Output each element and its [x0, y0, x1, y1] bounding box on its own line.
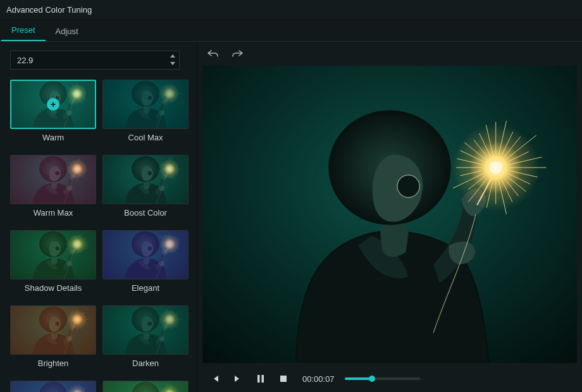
preset-label: Warm — [42, 133, 64, 142]
preset-cool-max[interactable]: Cool Max — [102, 80, 189, 142]
progress-slider[interactable] — [345, 377, 421, 380]
preset-warm-max[interactable]: Warm Max — [10, 155, 96, 217]
preset-label: Brighten — [38, 358, 68, 368]
add-preset-icon[interactable]: + — [47, 98, 59, 111]
app-root: Advanced Color Tuning Preset Adjust 22.9 — [0, 0, 582, 392]
preset-thumb — [10, 155, 96, 204]
window-title: Advanced Color Tuning — [6, 5, 92, 15]
step-forward-icon — [233, 374, 242, 383]
undo-button[interactable] — [207, 48, 219, 59]
preset-brighten[interactable]: Brighten — [10, 305, 96, 368]
pause-icon — [257, 374, 264, 383]
preset-label: Boost Color — [124, 208, 167, 217]
preset-thumb — [102, 155, 189, 204]
prev-frame-button[interactable] — [209, 372, 221, 385]
stepper-down-button[interactable] — [169, 60, 176, 66]
preset-elegant[interactable]: Elegant — [102, 230, 189, 293]
playback-controls: 00:00:07 — [197, 365, 582, 392]
progress-fill — [345, 377, 372, 380]
play-button[interactable] — [232, 372, 244, 385]
svg-rect-418 — [257, 375, 260, 383]
svg-rect-419 — [262, 375, 264, 383]
preset-label: Shadow Details — [25, 283, 82, 293]
titlebar: Advanced Color Tuning — [0, 0, 582, 20]
preset-label: Cool Max — [128, 133, 163, 142]
preset-label: Elegant — [132, 283, 159, 293]
chevron-down-icon — [170, 62, 175, 65]
preset-darken[interactable]: Darken — [102, 305, 189, 368]
video-preview[interactable] — [202, 66, 577, 363]
redo-button[interactable] — [232, 48, 243, 59]
preset-warm[interactable]: + Warm — [10, 80, 96, 142]
timecode: 00:00:07 — [302, 374, 335, 384]
sidebar-scroll[interactable]: 22.9 — [0, 42, 197, 392]
preview-area — [197, 66, 582, 365]
redo-icon — [232, 49, 243, 58]
pause-button[interactable] — [254, 372, 267, 385]
preset-thumb — [10, 305, 96, 355]
stepper-up-button[interactable] — [169, 52, 176, 59]
undo-icon — [207, 49, 219, 58]
main-panel: 00:00:07 — [197, 42, 582, 392]
progress-knob[interactable] — [369, 376, 375, 382]
preset-item-8[interactable] — [10, 381, 96, 392]
preset-boost-color[interactable]: Boost Color — [102, 155, 189, 217]
sidebar: 22.9 — [0, 42, 197, 392]
tabs: Preset Adjust — [0, 20, 582, 42]
value-stepper-spinner — [169, 52, 176, 66]
preview-toolbar — [197, 42, 582, 66]
value-stepper[interactable]: 22.9 — [10, 51, 180, 70]
preset-thumb: + — [10, 80, 96, 129]
value-stepper-value: 22.9 — [17, 56, 33, 65]
step-backward-icon — [211, 374, 220, 383]
preset-item-9[interactable] — [102, 381, 189, 392]
body: 22.9 — [0, 42, 582, 392]
preset-thumb — [10, 381, 96, 392]
tab-preset[interactable]: Preset — [1, 20, 46, 41]
preset-grid: + Warm — [10, 80, 188, 392]
svg-rect-420 — [280, 376, 287, 382]
stop-button[interactable] — [277, 372, 290, 385]
preset-thumb — [102, 80, 189, 129]
preset-thumb — [102, 230, 189, 279]
preset-shadow-details[interactable]: Shadow Details — [10, 230, 96, 293]
preset-thumb — [10, 230, 96, 279]
preset-thumb — [102, 381, 189, 392]
preset-thumb — [102, 305, 189, 355]
preset-label: Warm Max — [34, 208, 73, 217]
preset-label: Darken — [132, 358, 159, 368]
tab-adjust[interactable]: Adjust — [46, 21, 89, 41]
stop-icon — [280, 375, 287, 383]
chevron-up-icon — [170, 54, 175, 58]
